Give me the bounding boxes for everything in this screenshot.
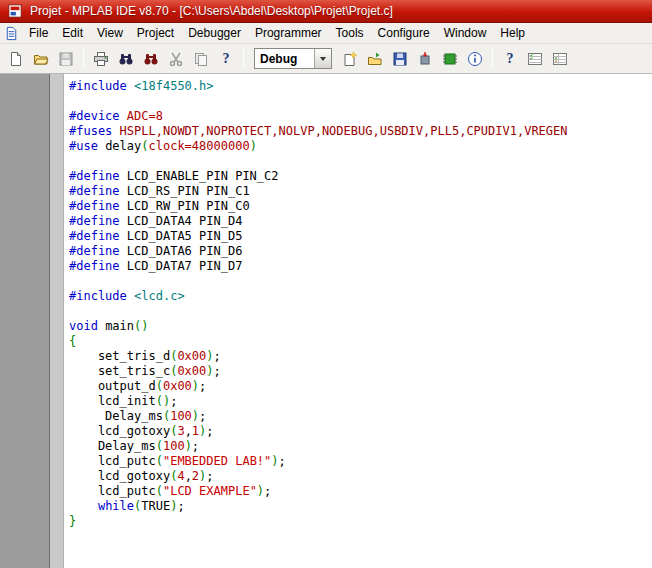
menu-tools[interactable]: Tools: [329, 24, 371, 42]
copy-button[interactable]: [189, 47, 213, 71]
program-target-icon: [417, 51, 433, 67]
menu-file[interactable]: File: [22, 24, 55, 42]
read-target-button[interactable]: [438, 47, 462, 71]
code-line: #define LCD_DATA7 PIN_D7: [69, 259, 652, 274]
debug-mode-value: Debug: [255, 52, 314, 66]
find-in-files-icon: [143, 51, 159, 67]
open-file-button[interactable]: [29, 47, 53, 71]
code-line: [69, 274, 652, 289]
info-icon: [467, 51, 483, 67]
code-area[interactable]: #include <18f4550.h> #device ADC=8#fuses…: [64, 74, 652, 568]
code-line: #fuses HSPLL,NOWDT,NOPROTECT,NOLVP,NODEB…: [69, 124, 652, 139]
document-icon[interactable]: [4, 26, 19, 41]
menu-programmer[interactable]: Programmer: [248, 24, 329, 42]
mplab-window: Projet - MPLAB IDE v8.70 - [C:\Users\Abd…: [0, 0, 652, 568]
open-project-icon: [367, 51, 383, 67]
code-line: set_tris_c(0x00);: [69, 364, 652, 379]
code-line: void main(): [69, 319, 652, 334]
code-line: lcd_putc("EMBEDDED LAB!");: [69, 454, 652, 469]
checklist-grid-icon: [552, 51, 568, 67]
menu-debugger[interactable]: Debugger: [181, 24, 248, 42]
code-line: #use delay(clock=48000000): [69, 139, 652, 154]
toolbar: ? Debug ?: [0, 44, 652, 74]
save-file-button[interactable]: [54, 47, 78, 71]
debug-mode-select[interactable]: Debug: [254, 48, 332, 69]
copy-icon: [193, 51, 209, 67]
code-line: [69, 94, 652, 109]
editor-window: #include <18f4550.h> #device ADC=8#fuses…: [49, 74, 652, 568]
code-line: Delay_ms(100);: [69, 409, 652, 424]
combo-dropdown-button[interactable]: [314, 49, 331, 68]
code-line: {: [69, 334, 652, 349]
code-line: [69, 154, 652, 169]
checklist-icon: [527, 51, 543, 67]
help-topics-button[interactable]: ?: [498, 47, 522, 71]
menu-configure[interactable]: Configure: [371, 24, 437, 42]
menu-edit[interactable]: Edit: [55, 24, 90, 42]
code-line: #define LCD_ENABLE_PIN PIN_C2: [69, 169, 652, 184]
menu-project[interactable]: Project: [130, 24, 181, 42]
code-line: #device ADC=8: [69, 109, 652, 124]
code-line: output_d(0x00);: [69, 379, 652, 394]
menu-window[interactable]: Window: [437, 24, 494, 42]
toolbar-separator: [83, 49, 84, 69]
checklist-window-1-button[interactable]: [523, 47, 547, 71]
code-line: #include <18f4550.h>: [69, 79, 652, 94]
help-topics-icon: ?: [507, 51, 514, 67]
save-workspace-button[interactable]: [388, 47, 412, 71]
new-file-button[interactable]: [4, 47, 28, 71]
help-icon: ?: [223, 51, 230, 67]
find-button[interactable]: [114, 47, 138, 71]
code-line: #define LCD_DATA4 PIN_D4: [69, 214, 652, 229]
program-target-button[interactable]: [413, 47, 437, 71]
cut-icon: [168, 51, 184, 67]
print-button[interactable]: [89, 47, 113, 71]
toolbar-separator: [492, 49, 493, 69]
code-line: set_tris_d(0x00);: [69, 349, 652, 364]
window-title: Projet - MPLAB IDE v8.70 - [C:\Users\Abd…: [30, 4, 393, 18]
new-file-icon: [8, 51, 24, 67]
app-icon: [8, 4, 22, 18]
print-icon: [93, 51, 109, 67]
checklist-window-2-button[interactable]: [548, 47, 572, 71]
open-project-button[interactable]: [363, 47, 387, 71]
code-line: #define LCD_DATA6 PIN_D6: [69, 244, 652, 259]
code-line: Delay_ms(100);: [69, 439, 652, 454]
target-info-button[interactable]: [463, 47, 487, 71]
find-in-files-button[interactable]: [139, 47, 163, 71]
menu-view[interactable]: View: [90, 24, 130, 42]
save-workspace-icon: [392, 51, 408, 67]
code-line: lcd_putc("LCD EXAMPLE");: [69, 484, 652, 499]
help-button[interactable]: ?: [214, 47, 238, 71]
find-binoculars-icon: [118, 51, 134, 67]
code-line: lcd_gotoxy(3,1);: [69, 424, 652, 439]
code-line: [69, 304, 652, 319]
code-line: lcd_init();: [69, 394, 652, 409]
code-line: #define LCD_RW_PIN PIN_C0: [69, 199, 652, 214]
code-line: #define LCD_RS_PIN PIN_C1: [69, 184, 652, 199]
new-project-icon: [342, 51, 358, 67]
cut-button[interactable]: [164, 47, 188, 71]
code-line: }: [69, 514, 652, 529]
code-line: while(TRUE);: [69, 499, 652, 514]
editor-gutter[interactable]: [50, 74, 64, 568]
save-icon: [58, 51, 74, 67]
chevron-down-icon: [320, 57, 326, 61]
code-line: #define LCD_DATA5 PIN_D5: [69, 229, 652, 244]
read-target-icon: [442, 51, 458, 67]
code-line: #include <lcd.c>: [69, 289, 652, 304]
title-bar[interactable]: Projet - MPLAB IDE v8.70 - [C:\Users\Abd…: [0, 0, 652, 23]
new-project-button[interactable]: [338, 47, 362, 71]
open-folder-icon: [33, 51, 49, 67]
menu-help[interactable]: Help: [493, 24, 532, 42]
toolbar-separator: [243, 49, 244, 69]
menu-bar: File Edit View Project Debugger Programm…: [0, 23, 652, 44]
code-line: lcd_gotoxy(4,2);: [69, 469, 652, 484]
mdi-workspace: #include <18f4550.h> #device ADC=8#fuses…: [0, 74, 652, 568]
